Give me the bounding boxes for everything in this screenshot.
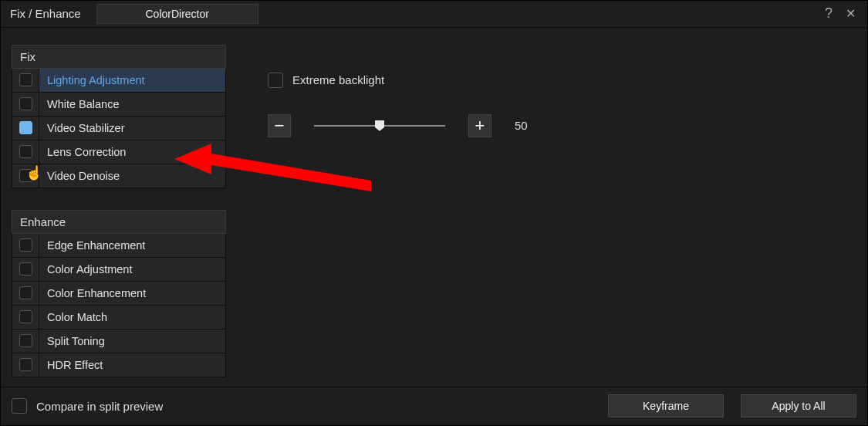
checkbox-icon[interactable] <box>19 238 32 252</box>
keyframe-button[interactable]: Keyframe <box>608 394 724 418</box>
extreme-backlight-checkbox[interactable] <box>268 73 283 88</box>
list-item-label: HDR Effect <box>39 353 225 377</box>
close-icon[interactable]: ✕ <box>839 3 861 25</box>
list-item-label: Split Toning <box>39 330 225 353</box>
fix-item-video-denoise[interactable]: Video Denoise <box>12 164 226 188</box>
checkbox-icon[interactable] <box>19 334 32 347</box>
value-slider[interactable] <box>314 118 445 134</box>
checkbox-icon[interactable] <box>19 73 32 86</box>
list-item-label: Lighting Adjustment <box>39 69 225 92</box>
checkbox-icon[interactable] <box>19 169 32 182</box>
titlebar: Fix / Enhance ColorDirector ? ✕ <box>1 1 867 28</box>
checkbox-icon[interactable] <box>19 310 32 323</box>
enhance-item-split-toning[interactable]: Split Toning <box>12 330 226 353</box>
fix-item-lens-correction[interactable]: Lens Correction <box>12 140 226 164</box>
footer: Compare in split preview Keyframe Apply … <box>1 387 867 425</box>
enhance-item-edge-enhancement[interactable]: Edge Enhancement <box>12 234 226 258</box>
compare-split-label: Compare in split preview <box>36 400 163 413</box>
enhance-item-hdr-effect[interactable]: HDR Effect <box>12 353 226 377</box>
enhance-item-color-enhancement[interactable]: Color Enhancement <box>12 282 226 306</box>
enhance-section-header: Enhance <box>12 210 226 234</box>
window-title: Fix / Enhance <box>7 7 81 20</box>
sidebar: Fix Lighting Adjustment White Balance Vi… <box>12 45 226 377</box>
list-item-label: Lens Correction <box>39 140 225 164</box>
colordirector-button[interactable]: ColorDirector <box>96 4 258 24</box>
list-item-label: Edge Enhancement <box>39 234 225 257</box>
increase-button[interactable]: + <box>468 114 491 137</box>
checkbox-icon[interactable] <box>19 358 32 371</box>
slider-value: 50 <box>515 119 545 132</box>
checkbox-icon[interactable] <box>19 145 32 158</box>
slider-thumb-icon[interactable] <box>375 120 384 131</box>
checkbox-icon[interactable] <box>19 262 32 276</box>
checkbox-icon[interactable] <box>19 97 32 110</box>
list-item-label: Video Denoise <box>39 164 225 188</box>
extreme-backlight-label: Extreme backlight <box>292 73 384 86</box>
decrease-button[interactable]: − <box>268 114 291 137</box>
enhance-item-color-match[interactable]: Color Match <box>12 306 226 330</box>
list-item-label: Video Stabilizer <box>39 117 225 140</box>
list-item-label: White Balance <box>39 93 225 116</box>
fix-item-white-balance[interactable]: White Balance <box>12 93 226 117</box>
main-panel: Extreme backlight − + 50 <box>226 45 867 377</box>
checkbox-icon[interactable] <box>19 286 32 299</box>
fix-item-video-stabilizer[interactable]: Video Stabilizer <box>12 117 226 140</box>
compare-split-checkbox[interactable] <box>12 398 27 414</box>
enhance-item-color-adjustment[interactable]: Color Adjustment <box>12 258 226 282</box>
fix-item-lighting-adjustment[interactable]: Lighting Adjustment <box>12 69 226 93</box>
checkbox-icon[interactable] <box>19 121 32 134</box>
apply-to-all-button[interactable]: Apply to All <box>741 394 856 418</box>
help-icon[interactable]: ? <box>818 3 839 25</box>
list-item-label: Color Match <box>39 306 225 329</box>
fix-section-header: Fix <box>12 45 226 69</box>
list-item-label: Color Adjustment <box>39 258 225 281</box>
list-item-label: Color Enhancement <box>39 282 225 305</box>
